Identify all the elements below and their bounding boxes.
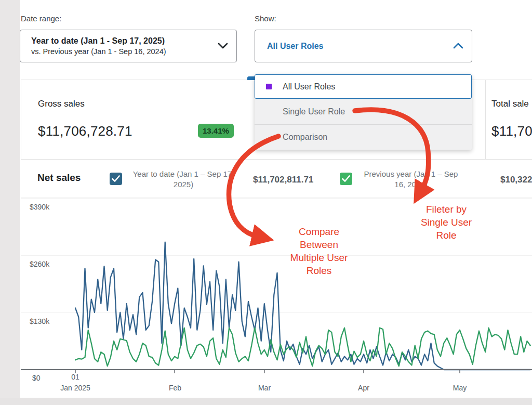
menu-item-label: Single User Role: [283, 107, 345, 116]
annotation-filter-text: Fileter by Single User Role: [415, 203, 478, 242]
x-tick-jan2025: Jan 2025: [57, 384, 94, 392]
x-tick-feb: Feb: [157, 384, 193, 392]
card-divider: [485, 80, 486, 160]
total-sales-title: Total sale: [491, 99, 529, 109]
series-2025-checkbox[interactable]: [110, 173, 122, 185]
menu-item-all-user-roles[interactable]: All User Roles: [255, 74, 472, 99]
show-dropdown[interactable]: All User Roles: [255, 30, 472, 62]
selected-square-icon: [266, 84, 272, 89]
menu-item-label: All User Roles: [283, 82, 335, 92]
date-range-secondary: vs. Previous year (Jan 1 - Sep 16, 2024): [31, 47, 166, 57]
menu-item-comparison[interactable]: Comparison: [255, 124, 472, 150]
show-dropdown-value: All User Roles: [255, 42, 323, 51]
gross-sales-title: Gross sales: [38, 99, 85, 109]
total-sales-value: $11,702: [491, 123, 532, 139]
chevron-up-icon: [453, 42, 463, 51]
x-tick-mar: Mar: [246, 384, 283, 392]
annotation-compare-text: Compare Between Multiple User Roles: [285, 225, 353, 277]
check-icon: [342, 175, 350, 182]
x-tick-day01: 01: [57, 373, 94, 381]
y-tick-130k: $130k: [30, 317, 49, 325]
date-range-dropdown[interactable]: Year to date (Jan 1 - Sep 17, 2025) vs. …: [20, 30, 237, 62]
y-tick-260k: $260k: [30, 260, 49, 268]
show-label: Show:: [255, 14, 276, 23]
series-2024-legend: Previous year (Jan 1 – Sep 16, 2024): [358, 169, 463, 190]
menu-item-label: Comparison: [283, 133, 327, 142]
series-2025-legend: Year to date (Jan 1 – Sep 17, 2025): [131, 169, 236, 190]
y-tick-0: $0: [32, 374, 41, 382]
show-dropdown-menu: All User Roles Single User Role Comparis…: [255, 74, 472, 150]
series-2024-value: $10,322,696: [500, 175, 532, 185]
footer-strip: [0, 398, 532, 405]
net-sales-title: Net sales: [37, 172, 81, 184]
date-range-label: Date range:: [21, 14, 61, 23]
date-range-text: Year to date (Jan 1 - Sep 17, 2025) vs. …: [20, 35, 166, 57]
x-tick-apr: Apr: [345, 384, 382, 392]
date-range-primary: Year to date (Jan 1 - Sep 17, 2025): [31, 35, 166, 47]
chevron-down-icon: [218, 42, 228, 51]
series-2025-value: $11,702,811.71: [253, 175, 313, 185]
gross-sales-value: $11,706,728.71: [38, 123, 132, 139]
series-2024-checkbox[interactable]: [340, 173, 352, 185]
check-icon: [112, 175, 120, 182]
menu-item-single-user-role[interactable]: Single User Role: [255, 99, 472, 124]
analytics-screen: Date range: Year to date (Jan 1 - Sep 17…: [0, 0, 532, 405]
gross-sales-delta-badge: 13.41%: [198, 124, 234, 138]
net-sales-header-row: Net sales Year to date (Jan 1 – Sep 17, …: [21, 160, 532, 198]
x-tick-may: May: [442, 384, 478, 392]
y-tick-390k: $390k: [30, 203, 49, 211]
